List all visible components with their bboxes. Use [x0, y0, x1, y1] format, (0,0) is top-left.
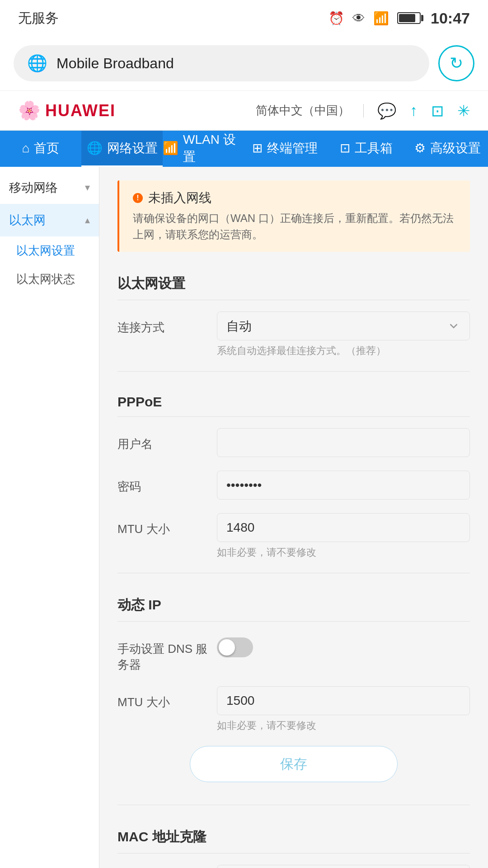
- huawei-header: 🌸 HUAWEI 简体中文（中国） 💬 ↑ ⊡ ✳: [0, 91, 488, 131]
- upload-icon[interactable]: ↑: [410, 102, 418, 119]
- dns-label: 手动设置 DNS 服务器: [117, 633, 208, 673]
- header-right: 简体中文（中国） 💬 ↑ ⊡ ✳: [256, 102, 470, 120]
- address-text: Mobile Broadband: [56, 55, 174, 72]
- refresh-button[interactable]: ↻: [438, 45, 474, 81]
- connection-mode-select[interactable]: 自动 PPPoE 动态IP 静态IP: [217, 311, 470, 340]
- connection-mode-row: 连接方式 自动 PPPoE 动态IP 静态IP 系统自动选择最佳连接方式。（推荐…: [117, 311, 470, 358]
- dynamic-mtu-label: MTU 大小: [117, 686, 208, 710]
- pppoe-mtu-input[interactable]: [217, 513, 470, 542]
- network-nav-label: 网络设置: [107, 140, 158, 157]
- huawei-logo-text: HUAWEI: [45, 101, 116, 120]
- connection-mode-label: 连接方式: [117, 311, 208, 335]
- username-input[interactable]: [217, 428, 470, 457]
- ethernet-label: 以太网: [9, 212, 46, 228]
- globe-icon: 🌐: [27, 54, 47, 73]
- ethernet-settings-title: 以太网设置: [117, 265, 470, 300]
- dynamic-ip-title: 动态 IP: [117, 587, 470, 622]
- mac-clone-label: MAC 地址克隆: [117, 865, 208, 868]
- divider: [363, 104, 364, 118]
- dynamic-mtu-input[interactable]: [217, 686, 470, 715]
- dynamic-mtu-row: MTU 大小 如非必要，请不要修改: [117, 686, 470, 732]
- mac-separator: [117, 805, 470, 805]
- advanced-nav-label: 高级设置: [430, 140, 481, 157]
- nav-item-home[interactable]: ⌂ 首页: [0, 131, 81, 167]
- save-btn-row-1: 保存: [117, 746, 470, 782]
- dns-toggle[interactable]: [217, 637, 253, 657]
- address-bar-row: 🌐 Mobile Broadband ↻: [0, 36, 488, 91]
- password-control: [217, 471, 470, 500]
- sidebar: 移动网络 ▾ 以太网 ▴ 以太网设置 以太网状态: [0, 167, 99, 868]
- tools-nav-label: 工具箱: [355, 140, 393, 157]
- battery-icon: [397, 12, 421, 24]
- chevron-down-icon: ▾: [85, 182, 90, 193]
- status-right: ⏰ 👁 📶 10:47: [328, 9, 470, 27]
- wifi-icon: 📶: [373, 11, 389, 26]
- huawei-logo-icon: 🌸: [18, 100, 41, 121]
- ethernet-settings-label: 以太网设置: [16, 244, 75, 257]
- username-label: 用户名: [117, 428, 208, 452]
- settings-icon[interactable]: ✳: [457, 102, 470, 120]
- mac-clone-row: MAC 地址克隆 不使用 MAC 克隆 使用设备 MAC 地址 手动设置 MAC…: [117, 865, 470, 868]
- password-label: 密码: [117, 471, 208, 495]
- lang-selector[interactable]: 简体中文（中国）: [256, 103, 350, 118]
- connection-mode-hint: 系统自动选择最佳连接方式。（推荐）: [217, 344, 470, 358]
- address-bar[interactable]: 🌐 Mobile Broadband: [14, 45, 429, 81]
- username-row: 用户名: [117, 428, 470, 457]
- warning-dot-icon: !: [133, 193, 143, 203]
- home-nav-icon: ⌂: [22, 141, 30, 156]
- dynamic-mtu-hint: 如非必要，请不要修改: [217, 719, 470, 732]
- save-button-1[interactable]: 保存: [190, 746, 398, 782]
- terminal-nav-icon: ⊞: [252, 141, 263, 156]
- password-row: 密码: [117, 471, 470, 500]
- nav-item-advanced[interactable]: ⚙ 高级设置: [407, 131, 488, 167]
- nav-item-terminal[interactable]: ⊞ 终端管理: [244, 131, 325, 167]
- chat-icon[interactable]: 💬: [377, 102, 396, 120]
- wlan-nav-label: WLAN 设置: [183, 131, 244, 165]
- pppoe-mtu-hint: 如非必要，请不要修改: [217, 546, 470, 559]
- password-input[interactable]: [217, 471, 470, 500]
- chevron-up-icon: ▴: [85, 214, 90, 226]
- sidebar-sub-item-ethernet-status[interactable]: 以太网状态: [0, 265, 99, 293]
- username-control: [217, 428, 470, 457]
- mac-clone-title: MAC 地址克隆: [117, 819, 470, 854]
- time-text: 10:47: [431, 9, 470, 27]
- sidebar-sub-item-ethernet-settings[interactable]: 以太网设置: [0, 236, 99, 265]
- ethernet-status-label: 以太网状态: [16, 272, 75, 286]
- nav-item-network[interactable]: 🌐 网络设置: [81, 131, 163, 167]
- nav-item-wlan[interactable]: 📶 WLAN 设置: [163, 131, 244, 167]
- wlan-nav-icon: 📶: [163, 141, 178, 156]
- connection-mode-control: 自动 PPPoE 动态IP 静态IP 系统自动选择最佳连接方式。（推荐）: [217, 311, 470, 358]
- tools-nav-icon: ⊡: [340, 141, 350, 156]
- pppoe-mtu-control: 如非必要，请不要修改: [217, 513, 470, 559]
- home-nav-label: 首页: [34, 140, 59, 157]
- terminal-nav-label: 终端管理: [267, 140, 318, 157]
- alarm-icon: ⏰: [328, 11, 344, 26]
- sidebar-item-mobile-network[interactable]: 移动网络 ▾: [0, 171, 99, 204]
- dynamic-mtu-control: 如非必要，请不要修改: [217, 686, 470, 732]
- mobile-network-label: 移动网络: [9, 179, 58, 196]
- pppoe-mtu-label: MTU 大小: [117, 513, 208, 537]
- signal-text: 无服务: [18, 9, 59, 28]
- nav-item-tools[interactable]: ⊡ 工具箱: [325, 131, 407, 167]
- nav-bar: ⌂ 首页 🌐 网络设置 📶 WLAN 设置 ⊞ 终端管理 ⊡ 工具箱 ⚙ 高级设…: [0, 131, 488, 167]
- status-bar: 无服务 ⏰ 👁 📶 10:47: [0, 0, 488, 36]
- warning-title-text: 未插入网线: [148, 189, 211, 207]
- pppoe-mtu-row: MTU 大小 如非必要，请不要修改: [117, 513, 470, 559]
- sidebar-item-ethernet[interactable]: 以太网 ▴: [0, 204, 99, 236]
- advanced-nav-icon: ⚙: [414, 141, 426, 156]
- huawei-logo: 🌸 HUAWEI: [18, 100, 116, 121]
- mac-clone-control: 不使用 MAC 克隆 使用设备 MAC 地址 手动设置 MAC 地址: [217, 865, 470, 868]
- network-nav-icon: 🌐: [87, 141, 103, 156]
- mac-clone-select[interactable]: 不使用 MAC 克隆 使用设备 MAC 地址 手动设置 MAC 地址: [217, 865, 470, 868]
- dns-control: [217, 633, 470, 657]
- content-area: 移动网络 ▾ 以太网 ▴ 以太网设置 以太网状态 ! 未插入网线 请确保设备的网…: [0, 167, 488, 868]
- logout-icon[interactable]: ⊡: [431, 102, 444, 120]
- dynamic-ip-separator: [117, 573, 470, 573]
- warning-description: 请确保设备的网口（WAN 口）正确连接后，重新配置。若仍然无法上网，请联系您的运…: [133, 210, 456, 243]
- pppoe-separator: [117, 371, 470, 372]
- warning-banner: ! 未插入网线 请确保设备的网口（WAN 口）正确连接后，重新配置。若仍然无法上…: [117, 180, 470, 252]
- warning-title: ! 未插入网线: [133, 189, 456, 207]
- main-content: ! 未插入网线 请确保设备的网口（WAN 口）正确连接后，重新配置。若仍然无法上…: [99, 167, 488, 868]
- eye-icon: 👁: [352, 11, 365, 26]
- pppoe-title: PPPoE: [117, 385, 470, 417]
